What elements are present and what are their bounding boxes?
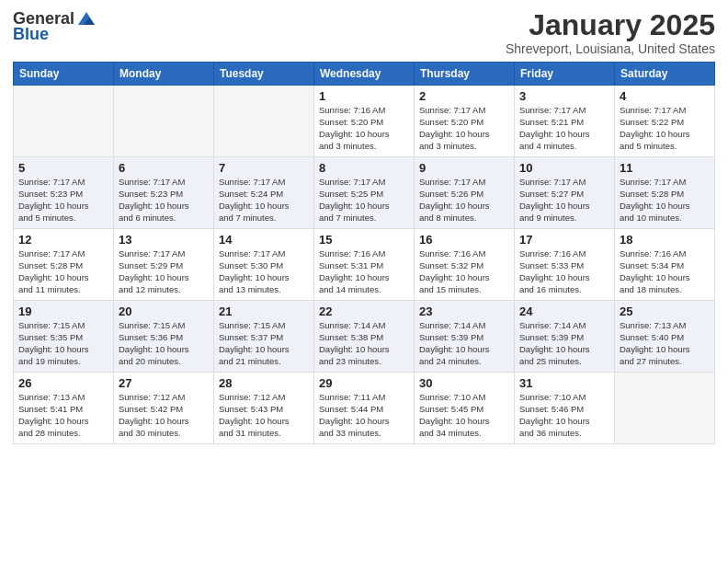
header-monday: Monday bbox=[114, 63, 214, 86]
cell-day-info: Sunrise: 7:12 AM Sunset: 5:42 PM Dayligh… bbox=[119, 392, 209, 439]
table-row: 30Sunrise: 7:10 AM Sunset: 5:45 PM Dayli… bbox=[415, 373, 515, 444]
cell-day-info: Sunrise: 7:10 AM Sunset: 5:45 PM Dayligh… bbox=[419, 392, 509, 439]
table-row: 20Sunrise: 7:15 AM Sunset: 5:36 PM Dayli… bbox=[114, 301, 214, 373]
logo: General Blue bbox=[13, 9, 97, 44]
cell-day-number: 31 bbox=[519, 376, 609, 390]
table-row: 13Sunrise: 7:17 AM Sunset: 5:29 PM Dayli… bbox=[114, 229, 214, 301]
cell-day-number: 6 bbox=[119, 161, 209, 175]
cell-day-info: Sunrise: 7:16 AM Sunset: 5:32 PM Dayligh… bbox=[419, 248, 509, 295]
header-thursday: Thursday bbox=[415, 63, 515, 86]
cell-day-info: Sunrise: 7:17 AM Sunset: 5:28 PM Dayligh… bbox=[620, 177, 710, 224]
cell-day-info: Sunrise: 7:14 AM Sunset: 5:39 PM Dayligh… bbox=[419, 320, 509, 367]
cell-day-number: 28 bbox=[219, 376, 309, 390]
table-row: 3Sunrise: 7:17 AM Sunset: 5:21 PM Daylig… bbox=[515, 86, 615, 157]
table-row bbox=[615, 373, 715, 444]
table-row: 22Sunrise: 7:14 AM Sunset: 5:38 PM Dayli… bbox=[314, 301, 415, 373]
table-row: 26Sunrise: 7:13 AM Sunset: 5:41 PM Dayli… bbox=[14, 373, 114, 444]
cell-day-number: 13 bbox=[119, 233, 209, 247]
table-row: 7Sunrise: 7:17 AM Sunset: 5:24 PM Daylig… bbox=[214, 157, 314, 229]
calendar-week-row: 5Sunrise: 7:17 AM Sunset: 5:23 PM Daylig… bbox=[14, 157, 715, 229]
table-row: 21Sunrise: 7:15 AM Sunset: 5:37 PM Dayli… bbox=[214, 301, 314, 373]
title-block: January 2025 Shreveport, Louisiana, Unit… bbox=[506, 9, 715, 56]
cell-day-number: 21 bbox=[219, 304, 309, 318]
cell-day-number: 12 bbox=[18, 233, 108, 247]
header-wednesday: Wednesday bbox=[314, 63, 415, 86]
header-tuesday: Tuesday bbox=[214, 63, 314, 86]
cell-day-number: 22 bbox=[319, 304, 409, 318]
calendar-table: Sunday Monday Tuesday Wednesday Thursday… bbox=[13, 62, 715, 444]
calendar-title: January 2025 bbox=[506, 9, 715, 41]
cell-day-info: Sunrise: 7:13 AM Sunset: 5:41 PM Dayligh… bbox=[18, 392, 108, 439]
table-row bbox=[214, 86, 314, 157]
cell-day-info: Sunrise: 7:17 AM Sunset: 5:22 PM Dayligh… bbox=[620, 105, 710, 152]
table-row: 12Sunrise: 7:17 AM Sunset: 5:28 PM Dayli… bbox=[14, 229, 114, 301]
cell-day-number: 8 bbox=[319, 161, 409, 175]
cell-day-info: Sunrise: 7:16 AM Sunset: 5:20 PM Dayligh… bbox=[319, 105, 409, 152]
cell-day-info: Sunrise: 7:16 AM Sunset: 5:33 PM Dayligh… bbox=[519, 248, 609, 295]
cell-day-info: Sunrise: 7:15 AM Sunset: 5:37 PM Dayligh… bbox=[219, 320, 309, 367]
cell-day-info: Sunrise: 7:17 AM Sunset: 5:26 PM Dayligh… bbox=[419, 177, 509, 224]
cell-day-info: Sunrise: 7:16 AM Sunset: 5:34 PM Dayligh… bbox=[620, 248, 710, 295]
cell-day-info: Sunrise: 7:17 AM Sunset: 5:27 PM Dayligh… bbox=[519, 177, 609, 224]
cell-day-info: Sunrise: 7:13 AM Sunset: 5:40 PM Dayligh… bbox=[620, 320, 710, 367]
weekday-header-row: Sunday Monday Tuesday Wednesday Thursday… bbox=[14, 63, 715, 86]
header-saturday: Saturday bbox=[615, 63, 715, 86]
table-row bbox=[14, 86, 114, 157]
table-row: 6Sunrise: 7:17 AM Sunset: 5:23 PM Daylig… bbox=[114, 157, 214, 229]
cell-day-number: 14 bbox=[219, 233, 309, 247]
cell-day-number: 2 bbox=[419, 89, 509, 103]
header: General Blue January 2025 Shreveport, Lo… bbox=[13, 9, 715, 56]
table-row: 28Sunrise: 7:12 AM Sunset: 5:43 PM Dayli… bbox=[214, 373, 314, 444]
header-friday: Friday bbox=[515, 63, 615, 86]
cell-day-number: 18 bbox=[620, 233, 710, 247]
table-row: 27Sunrise: 7:12 AM Sunset: 5:42 PM Dayli… bbox=[114, 373, 214, 444]
cell-day-info: Sunrise: 7:16 AM Sunset: 5:31 PM Dayligh… bbox=[319, 248, 409, 295]
cell-day-info: Sunrise: 7:17 AM Sunset: 5:28 PM Dayligh… bbox=[18, 248, 108, 295]
calendar-week-row: 1Sunrise: 7:16 AM Sunset: 5:20 PM Daylig… bbox=[14, 86, 715, 157]
table-row: 15Sunrise: 7:16 AM Sunset: 5:31 PM Dayli… bbox=[314, 229, 415, 301]
cell-day-number: 3 bbox=[519, 89, 609, 103]
table-row: 16Sunrise: 7:16 AM Sunset: 5:32 PM Dayli… bbox=[415, 229, 515, 301]
cell-day-info: Sunrise: 7:17 AM Sunset: 5:23 PM Dayligh… bbox=[18, 177, 108, 224]
cell-day-info: Sunrise: 7:17 AM Sunset: 5:29 PM Dayligh… bbox=[119, 248, 209, 295]
table-row: 2Sunrise: 7:17 AM Sunset: 5:20 PM Daylig… bbox=[415, 86, 515, 157]
cell-day-info: Sunrise: 7:17 AM Sunset: 5:23 PM Dayligh… bbox=[119, 177, 209, 224]
table-row: 29Sunrise: 7:11 AM Sunset: 5:44 PM Dayli… bbox=[314, 373, 415, 444]
cell-day-number: 1 bbox=[319, 89, 409, 103]
calendar-week-row: 19Sunrise: 7:15 AM Sunset: 5:35 PM Dayli… bbox=[14, 301, 715, 373]
cell-day-number: 24 bbox=[519, 304, 609, 318]
cell-day-info: Sunrise: 7:14 AM Sunset: 5:38 PM Dayligh… bbox=[319, 320, 409, 367]
table-row: 10Sunrise: 7:17 AM Sunset: 5:27 PM Dayli… bbox=[515, 157, 615, 229]
cell-day-number: 25 bbox=[620, 304, 710, 318]
calendar-week-row: 12Sunrise: 7:17 AM Sunset: 5:28 PM Dayli… bbox=[14, 229, 715, 301]
cell-day-number: 7 bbox=[219, 161, 309, 175]
cell-day-number: 5 bbox=[18, 161, 108, 175]
table-row: 11Sunrise: 7:17 AM Sunset: 5:28 PM Dayli… bbox=[615, 157, 715, 229]
table-row: 17Sunrise: 7:16 AM Sunset: 5:33 PM Dayli… bbox=[515, 229, 615, 301]
logo-blue: Blue bbox=[13, 25, 49, 44]
cell-day-number: 26 bbox=[18, 376, 108, 390]
table-row bbox=[114, 86, 214, 157]
cell-day-info: Sunrise: 7:17 AM Sunset: 5:20 PM Dayligh… bbox=[419, 105, 509, 152]
table-row: 25Sunrise: 7:13 AM Sunset: 5:40 PM Dayli… bbox=[615, 301, 715, 373]
table-row: 9Sunrise: 7:17 AM Sunset: 5:26 PM Daylig… bbox=[415, 157, 515, 229]
table-row: 31Sunrise: 7:10 AM Sunset: 5:46 PM Dayli… bbox=[515, 373, 615, 444]
cell-day-number: 16 bbox=[419, 233, 509, 247]
cell-day-info: Sunrise: 7:12 AM Sunset: 5:43 PM Dayligh… bbox=[219, 392, 309, 439]
cell-day-number: 4 bbox=[620, 89, 710, 103]
table-row: 18Sunrise: 7:16 AM Sunset: 5:34 PM Dayli… bbox=[615, 229, 715, 301]
table-row: 1Sunrise: 7:16 AM Sunset: 5:20 PM Daylig… bbox=[314, 86, 415, 157]
table-row: 8Sunrise: 7:17 AM Sunset: 5:25 PM Daylig… bbox=[314, 157, 415, 229]
table-row: 14Sunrise: 7:17 AM Sunset: 5:30 PM Dayli… bbox=[214, 229, 314, 301]
cell-day-info: Sunrise: 7:10 AM Sunset: 5:46 PM Dayligh… bbox=[519, 392, 609, 439]
cell-day-info: Sunrise: 7:17 AM Sunset: 5:25 PM Dayligh… bbox=[319, 177, 409, 224]
table-row: 4Sunrise: 7:17 AM Sunset: 5:22 PM Daylig… bbox=[615, 86, 715, 157]
table-row: 24Sunrise: 7:14 AM Sunset: 5:39 PM Dayli… bbox=[515, 301, 615, 373]
header-sunday: Sunday bbox=[14, 63, 114, 86]
cell-day-number: 15 bbox=[319, 233, 409, 247]
cell-day-info: Sunrise: 7:11 AM Sunset: 5:44 PM Dayligh… bbox=[319, 392, 409, 439]
calendar-week-row: 26Sunrise: 7:13 AM Sunset: 5:41 PM Dayli… bbox=[14, 373, 715, 444]
cell-day-number: 20 bbox=[119, 304, 209, 318]
cell-day-number: 11 bbox=[620, 161, 710, 175]
cell-day-info: Sunrise: 7:15 AM Sunset: 5:35 PM Dayligh… bbox=[18, 320, 108, 367]
